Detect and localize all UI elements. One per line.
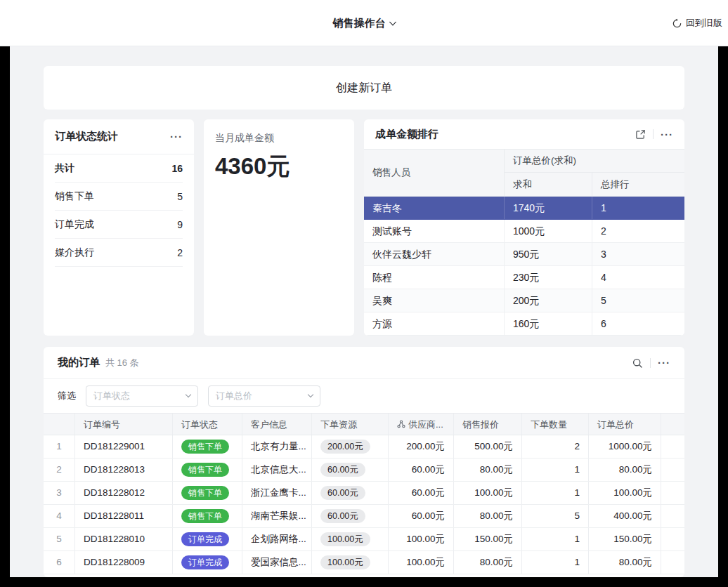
ranking-row[interactable]: 秦吉冬 1740元 1: [364, 197, 684, 220]
col-salesperson: 销售人员: [364, 150, 505, 196]
salesperson-name: 方源: [364, 312, 505, 335]
ranking-row[interactable]: 陈程 230元 4: [364, 266, 684, 289]
status-label: 共计: [55, 162, 74, 175]
salesperson-rank: 4: [592, 266, 684, 289]
supplier-cell: 100.00元: [389, 528, 454, 550]
salesperson-rank: 1: [592, 197, 684, 219]
order-row[interactable]: 5 DD181228010 订单完成 企划路网络... 100.00元 100.…: [44, 528, 684, 551]
supplier-cell: 60.00元: [389, 459, 454, 481]
order-row[interactable]: 4 DD181228011 销售下单 湖南芒果娱... 60.00元 60.00…: [44, 505, 684, 528]
chevron-down-icon: [308, 392, 313, 397]
customer-cell: 企划路网络...: [242, 528, 312, 550]
col-filler: [661, 414, 684, 435]
col-sum: 求和: [505, 173, 592, 196]
create-order-button[interactable]: 创建新订单: [44, 66, 684, 110]
filler-cell: [661, 459, 684, 481]
quote-cell: 100.00元: [454, 482, 522, 504]
quote-cell: 80.00元: [454, 459, 522, 481]
ranking-row[interactable]: 测试账号 1000元 2: [364, 220, 684, 243]
ranking-row[interactable]: 伙伴云魏少轩 950元 3: [364, 243, 684, 266]
top-bar: 销售操作台 回到旧版: [0, 0, 728, 46]
salesperson-sum: 950元: [505, 243, 592, 265]
ranking-table-body: 秦吉冬 1740元 1 测试账号 1000元 2 伙伴云魏少轩 950元 3: [364, 197, 684, 336]
resource-pill: 60.00元: [320, 463, 365, 477]
status-row[interactable]: 订单完成 9: [55, 211, 183, 239]
order-status-stats-card: 订单状态统计 ··· 共计 16 销售下单 5 订单完成 9: [44, 119, 194, 336]
customer-cell: 北京信息大...: [242, 459, 312, 481]
supplier-cell: 60.00元: [389, 505, 454, 527]
open-in-new-icon[interactable]: [635, 129, 646, 140]
row-index: 6: [44, 551, 75, 574]
total-cell: 80.00元: [589, 459, 661, 481]
qty-cell: 5: [522, 505, 589, 527]
my-orders-title: 我的订单: [58, 356, 100, 369]
total-cell: 100.00元: [589, 482, 661, 504]
status-badge: 销售下单: [181, 463, 229, 477]
salesperson-name: 秦吉冬: [364, 197, 505, 219]
divider: [653, 129, 654, 139]
ranking-table-header: 销售人员 订单总价(求和) 求和 总排行: [364, 149, 684, 197]
filler-cell: [661, 505, 684, 527]
status-row[interactable]: 媒介执行 2: [55, 239, 183, 267]
row-index: 1: [44, 435, 75, 458]
back-to-old-version-button[interactable]: 回到旧版: [672, 0, 722, 46]
chevron-down-icon: [389, 18, 396, 25]
status-row-total[interactable]: 共计 16: [55, 154, 183, 183]
col-customer[interactable]: 客户信息: [242, 414, 312, 435]
chevron-down-icon: [186, 392, 191, 397]
col-total[interactable]: 订单总价: [589, 414, 661, 435]
ranking-row[interactable]: 方源 160元 6: [364, 312, 684, 336]
more-menu-icon[interactable]: ···: [661, 129, 673, 140]
order-row[interactable]: 3 DD181228012 销售下单 浙江金鹰卡... 60.00元 60.00…: [44, 482, 684, 505]
filter-order-status-select[interactable]: 订单状态: [86, 385, 198, 407]
total-cell: 1000.00元: [589, 435, 661, 458]
supplier-cell: 200.00元: [389, 435, 454, 458]
col-resource[interactable]: 下单资源: [312, 414, 389, 435]
filter-order-total-placeholder: 订单总价: [216, 390, 252, 402]
status-value: 9: [177, 219, 183, 230]
my-orders-card: 我的订单 共 16 条 ··· 筛选 订单状态: [44, 347, 684, 577]
search-icon[interactable]: [632, 357, 643, 369]
col-order-no[interactable]: 订单编号: [75, 414, 173, 435]
filler-cell: [661, 435, 684, 458]
qty-cell: 2: [522, 435, 589, 458]
filler-cell: [661, 528, 684, 550]
salesperson-rank: 5: [592, 289, 684, 312]
order-row[interactable]: 2 DD181228013 销售下单 北京信息大... 60.00元 60.00…: [44, 459, 684, 482]
workspace: 创建新订单 订单状态统计 ··· 共计 16 销售下单 5: [10, 46, 718, 577]
col-order-status[interactable]: 订单状态: [173, 414, 242, 435]
status-badge: 订单完成: [181, 532, 229, 546]
status-badge: 销售下单: [181, 440, 229, 454]
status-label: 媒介执行: [55, 246, 94, 259]
customer-cell: 浙江金鹰卡...: [242, 482, 312, 504]
more-menu-icon[interactable]: ···: [170, 131, 183, 142]
order-row[interactable]: 1 DD181229001 销售下单 北京有力量... 200.00元 200.…: [44, 435, 684, 459]
col-quote[interactable]: 销售报价: [454, 414, 522, 435]
filler-cell: [661, 482, 684, 504]
salesperson-name: 陈程: [364, 266, 505, 289]
filter-order-total-select[interactable]: 订单总价: [208, 385, 320, 407]
qty-cell: 1: [522, 482, 589, 504]
customer-cell: 爱国家信息...: [242, 551, 312, 574]
status-label: 销售下单: [55, 190, 94, 203]
month-amount-card: 当月成单金额 4360元: [204, 119, 354, 336]
qty-cell: 1: [522, 459, 589, 481]
col-qty[interactable]: 下单数量: [522, 414, 589, 435]
resource-pill: 60.00元: [320, 486, 365, 500]
col-rank: 总排行: [592, 173, 684, 196]
col-supplier[interactable]: 供应商...: [389, 414, 454, 435]
total-cell: 400.00元: [589, 505, 661, 527]
month-amount-value: 4360元: [215, 151, 343, 183]
more-menu-icon[interactable]: ···: [658, 357, 670, 368]
status-row[interactable]: 销售下单 5: [55, 183, 183, 211]
ranking-row[interactable]: 吴爽 200元 5: [364, 289, 684, 312]
workspace-title-switcher[interactable]: 销售操作台: [333, 0, 396, 46]
order-row[interactable]: 6 DD181228009 订单完成 爱国家信息... 100.00元 100.…: [44, 551, 684, 574]
back-to-old-version-label: 回到旧版: [686, 17, 722, 29]
filter-label: 筛选: [58, 390, 76, 402]
deal-ranking-title: 成单金额排行: [375, 128, 438, 141]
order-no: DD181229001: [75, 435, 173, 458]
order-no: DD181228012: [75, 482, 173, 504]
salesperson-rank: 6: [592, 312, 684, 335]
row-index: 2: [44, 459, 75, 481]
